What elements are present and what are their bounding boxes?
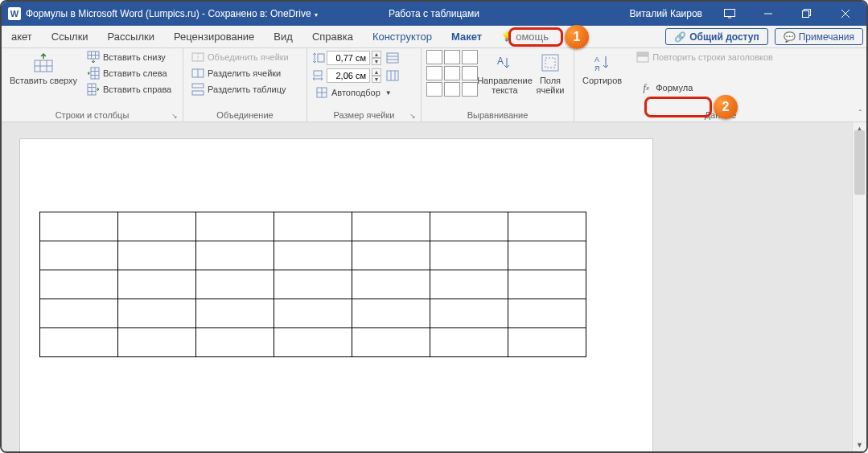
table-cell[interactable]: [118, 241, 196, 270]
tab-mailings[interactable]: Рассылки: [98, 26, 164, 47]
height-spin-down[interactable]: ▼: [372, 58, 381, 65]
table-cell[interactable]: [430, 241, 508, 270]
align-ml[interactable]: [426, 66, 442, 80]
table-cell[interactable]: [118, 270, 196, 299]
table-cell[interactable]: [352, 328, 430, 357]
table-cell[interactable]: [196, 270, 274, 299]
table-cell[interactable]: [352, 299, 430, 328]
insert-above-button[interactable]: Вставить сверху: [6, 50, 80, 87]
table-cell[interactable]: [274, 212, 352, 241]
insert-left-button[interactable]: Вставить слева: [84, 66, 175, 80]
table-cell[interactable]: [40, 328, 118, 357]
split-cells-button[interactable]: Разделить ячейки: [188, 66, 292, 80]
table-cell[interactable]: [430, 212, 508, 241]
scroll-down-arrow[interactable]: ▼: [853, 439, 866, 451]
merge-cells-button[interactable]: Объединить ячейки: [188, 50, 292, 64]
table-cell[interactable]: [508, 241, 586, 270]
table-cell[interactable]: [430, 270, 508, 299]
table-cell[interactable]: [40, 270, 118, 299]
autofit-button[interactable]: Автоподбор ▼: [312, 85, 416, 100]
tab-help[interactable]: Справка: [302, 26, 363, 47]
formula-button[interactable]: fx Формула: [633, 79, 776, 97]
collapse-ribbon-button[interactable]: ˆ: [859, 109, 862, 118]
tab-table-design[interactable]: Конструктор: [363, 26, 442, 47]
table-cell[interactable]: [196, 241, 274, 270]
table-cell[interactable]: [118, 328, 196, 357]
table-cell[interactable]: [196, 212, 274, 241]
table-cell[interactable]: [352, 212, 430, 241]
table-cell[interactable]: [508, 328, 586, 357]
table-row[interactable]: [40, 328, 586, 357]
table-cell[interactable]: [352, 270, 430, 299]
align-br[interactable]: [462, 82, 478, 97]
table-cell[interactable]: [196, 328, 274, 357]
cell-margins-button[interactable]: Поля ячейки: [532, 50, 569, 97]
table-row[interactable]: [40, 299, 586, 328]
table-cell[interactable]: [274, 270, 352, 299]
comments-button[interactable]: 💬 Примечания: [775, 28, 863, 45]
table-cell[interactable]: [40, 212, 118, 241]
split-cells-label: Разделить ячейки: [208, 68, 281, 78]
width-spin-down[interactable]: ▼: [372, 76, 381, 83]
tab-table-layout[interactable]: Макет: [442, 26, 492, 47]
table-row[interactable]: [40, 270, 586, 299]
insert-right-button[interactable]: Вставить справа: [84, 82, 175, 97]
text-direction-button[interactable]: A Направление текста: [481, 50, 529, 97]
vertical-scrollbar[interactable]: ▲ ▼: [852, 122, 866, 451]
split-table-button[interactable]: Разделить таблицу: [188, 82, 292, 97]
table-row[interactable]: [40, 212, 586, 241]
align-bc[interactable]: [444, 82, 460, 97]
table-cell[interactable]: [118, 212, 196, 241]
table-cell[interactable]: [196, 299, 274, 328]
table-cell[interactable]: [40, 299, 118, 328]
align-mc[interactable]: [444, 66, 460, 80]
tell-me-search[interactable]: 💡 омощь: [492, 26, 558, 47]
document-table[interactable]: [39, 212, 586, 357]
repeat-header-rows-button[interactable]: Повторить строки заголовков: [633, 50, 776, 64]
document-page[interactable]: [19, 138, 653, 451]
table-cell[interactable]: [508, 299, 586, 328]
align-bl[interactable]: [426, 82, 442, 97]
table-cell[interactable]: [40, 241, 118, 270]
table-cell[interactable]: [508, 270, 586, 299]
row-height-input[interactable]: [327, 51, 370, 65]
tab-layout-doc[interactable]: акет: [2, 26, 42, 47]
scroll-thumb[interactable]: [854, 130, 865, 195]
restore-button[interactable]: [791, 2, 823, 26]
save-location-dropdown-icon[interactable]: ▾: [315, 11, 318, 19]
table-cell[interactable]: [430, 299, 508, 328]
col-width-input[interactable]: [327, 68, 370, 83]
user-name[interactable]: Виталий Каиров: [629, 8, 702, 19]
table-cell[interactable]: [352, 241, 430, 270]
lightbulb-icon: 💡: [501, 31, 512, 42]
rows-cols-launcher-icon[interactable]: ↘: [171, 112, 178, 120]
align-tr[interactable]: [462, 50, 478, 64]
sort-button[interactable]: AЯ Сортиров: [579, 50, 625, 87]
table-cell[interactable]: [274, 299, 352, 328]
share-button[interactable]: 🔗 Общий доступ: [665, 28, 768, 45]
distribute-cols-icon[interactable]: [386, 70, 399, 81]
ribbon-display-options-button[interactable]: [714, 2, 746, 26]
height-spin-up[interactable]: ▲: [372, 51, 381, 58]
table-cell[interactable]: [430, 328, 508, 357]
cell-size-launcher-icon[interactable]: ↘: [409, 112, 416, 120]
minimize-button[interactable]: [752, 2, 784, 26]
width-spin-up[interactable]: ▲: [372, 68, 381, 76]
callout-badge-1: 1: [565, 25, 589, 49]
table-cell[interactable]: [508, 212, 586, 241]
table-cell[interactable]: [274, 328, 352, 357]
fx-icon: fx: [640, 81, 652, 94]
table-cell[interactable]: [118, 299, 196, 328]
svg-rect-17: [542, 55, 558, 71]
align-tc[interactable]: [444, 50, 460, 64]
close-button[interactable]: [829, 2, 862, 26]
tab-view[interactable]: Вид: [264, 26, 302, 47]
table-row[interactable]: [40, 241, 586, 270]
align-mr[interactable]: [462, 66, 478, 80]
table-cell[interactable]: [274, 241, 352, 270]
distribute-rows-icon[interactable]: [386, 52, 399, 64]
insert-below-button[interactable]: Вставить снизу: [84, 50, 175, 64]
tab-references[interactable]: Ссылки: [42, 26, 98, 47]
tab-review[interactable]: Рецензирование: [164, 26, 264, 47]
align-tl[interactable]: [426, 50, 442, 64]
